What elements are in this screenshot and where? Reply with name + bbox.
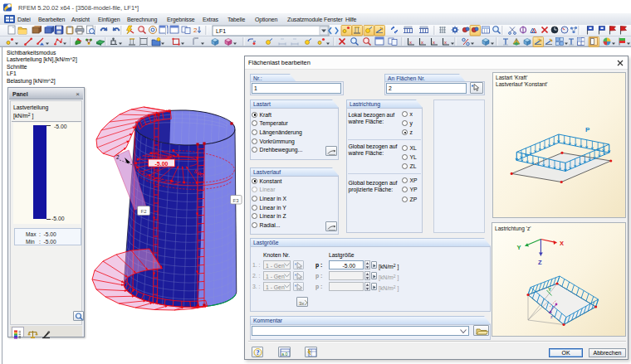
svg-text:F2: F2 [140,209,147,214]
svg-text:F3: F3 [232,198,239,203]
svg-text:Ergebnisse: Ergebnisse [167,17,195,23]
svg-text:Berechnung: Berechnung [127,17,158,23]
svg-text:LF1: LF1 [216,28,226,34]
svg-text:x: x [421,40,423,45]
svg-text:Einfügen: Einfügen [98,17,120,23]
svg-text:Bearbeiten: Bearbeiten [38,17,66,22]
svg-text:x: x [444,40,447,45]
svg-text:x: x [409,40,412,45]
svg-text:a.0: a.0 [281,352,288,357]
svg-text:Z: Z [538,259,542,266]
svg-text:X: X [560,240,564,247]
svg-text:3x: 3x [299,301,304,306]
svg-text:-5.00: -5.00 [155,161,169,167]
svg-text:2: 2 [116,154,120,160]
svg-text:?: ? [257,349,260,357]
svg-text:RFEM 5.20.02 x64 - [3508-model: RFEM 5.20.02 x64 - [3508-model-file, LF1… [18,4,139,12]
svg-text:Datei: Datei [17,17,31,22]
svg-text:z: z [550,314,553,319]
svg-text:Zusatzmodule: Zusatzmodule [287,17,322,22]
svg-text:Extras: Extras [203,17,219,22]
svg-text:Ansicht: Ansicht [71,17,90,22]
svg-text:Optionen: Optionen [255,17,277,23]
svg-text:Hilfe: Hilfe [345,17,357,22]
svg-text:Y: Y [517,244,521,251]
svg-text:x: x [433,40,435,45]
svg-text:Tabelle: Tabelle [227,17,245,22]
svg-text:Y: Y [548,287,551,292]
svg-text:P: P [585,126,590,133]
svg-text:Fenster: Fenster [324,17,343,22]
svg-text:2: 2 [193,27,198,34]
